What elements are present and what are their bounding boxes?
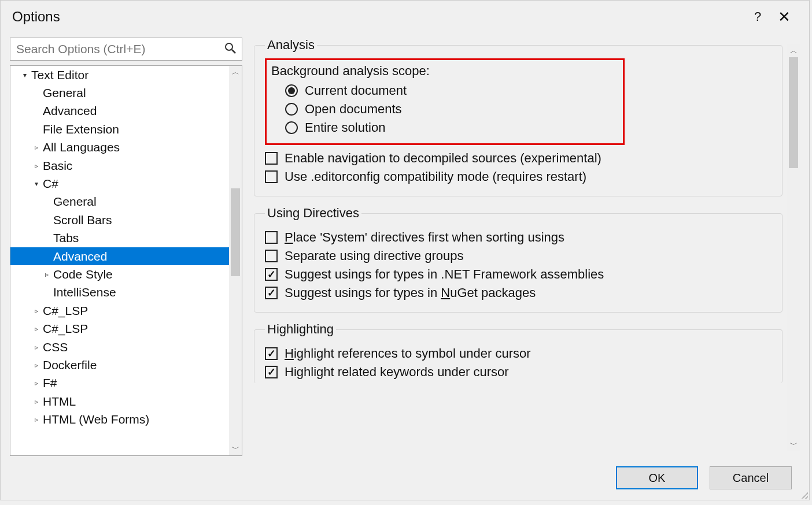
checkbox-label: Highlight references to symbol under cur… [285,346,531,361]
scope-label: Background analysis scope: [271,64,618,79]
checkbox-icon[interactable] [265,268,278,281]
scroll-thumb[interactable] [789,57,798,168]
collapsed-icon[interactable]: ▹ [32,343,40,351]
analysis-legend: Analysis [265,38,317,53]
tree-scrollbar[interactable]: ︿ ﹀ [229,66,242,455]
tree-item[interactable]: ▾Text Editor [10,66,229,84]
expanded-icon[interactable]: ▾ [32,180,40,188]
checkbox-icon[interactable] [265,287,278,299]
search-box[interactable] [10,38,242,61]
collapsed-icon[interactable]: ▹ [32,379,40,387]
collapsed-icon[interactable]: ▹ [43,270,51,279]
checkbox-icon[interactable] [265,366,278,378]
tree-item[interactable]: File Extension [10,120,229,138]
expanded-icon[interactable]: ▾ [21,71,29,79]
tree-item[interactable]: IntelliSense [10,284,229,302]
tree-item[interactable]: ▾C# [10,174,229,192]
ok-button[interactable]: OK [616,466,698,489]
analysis-group: Analysis Background analysis scope: Curr… [254,38,783,196]
checkbox-icon[interactable] [265,250,278,262]
svg-point-0 [226,43,232,50]
panel-scrollbar[interactable]: ︿ ﹀ [787,44,800,451]
scroll-up-icon[interactable]: ︿ [229,66,242,79]
radio-icon[interactable] [285,121,298,134]
resize-grip-icon[interactable] [800,491,808,499]
checkbox-icon[interactable] [265,152,278,165]
tree-item-label: Tabs [53,231,79,245]
checkbox-label: Separate using directive groups [285,248,463,263]
tree-item-label: Text Editor [31,68,88,82]
options-dialog: Options ? ✕ ▾Text EditorGeneralAdvancedF… [0,0,810,500]
tree-item-label: C#_LSP [43,322,88,336]
title-bar: Options ? ✕ [1,1,809,33]
left-column: ▾Text EditorGeneralAdvancedFile Extensio… [10,38,242,456]
collapsed-icon[interactable]: ▹ [32,143,40,151]
tree-item-label: All Languages [43,140,120,154]
collapsed-icon[interactable]: ▹ [32,398,40,406]
scroll-thumb[interactable] [231,188,240,276]
help-button[interactable]: ? [744,9,771,24]
tree-item[interactable]: ▹HTML (Web Forms) [10,410,229,428]
tree-item-label: F# [43,376,57,390]
tree-item-label: HTML [43,395,76,409]
radio-icon[interactable] [285,103,298,116]
collapsed-icon[interactable]: ▹ [32,325,40,333]
tree-item[interactable]: ▹C#_LSP [10,320,229,337]
search-input[interactable] [16,42,224,56]
radio-label: Open documents [305,102,402,117]
tree-item[interactable]: ▹Basic [10,157,229,174]
tree-item-label: HTML (Web Forms) [43,413,149,426]
checkbox-icon[interactable] [265,170,278,183]
checkbox-option[interactable]: Use .editorconfig compatibility mode (re… [265,169,773,184]
checkbox-label: Enable navigation to decompiled sources … [285,151,601,166]
highlighted-box: Background analysis scope: Current docum… [265,58,625,145]
scroll-down-icon[interactable]: ﹀ [787,439,800,451]
close-button[interactable]: ✕ [771,8,798,26]
tree-item-label: Advanced [43,104,97,118]
tree-item[interactable]: General [10,84,229,102]
radio-icon[interactable] [285,84,298,97]
tree-item-label: File Extension [43,122,119,136]
tree-item[interactable]: Advanced [10,247,229,265]
tree-item[interactable]: ▹All Languages [10,139,229,157]
radio-option[interactable]: Current document [285,83,618,98]
radio-label: Entire solution [305,120,385,135]
dialog-footer: OK Cancel [1,456,809,500]
checkbox-option[interactable]: Highlight references to symbol under cur… [265,346,773,361]
tree-item[interactable]: General [10,193,229,211]
checkbox-option[interactable]: Separate using directive groups [265,248,773,263]
highlighting-legend: Highlighting [265,322,336,337]
checkbox-label: Highlight related keywords under cursor [285,365,509,380]
checkbox-option[interactable]: Enable navigation to decompiled sources … [265,151,773,166]
tree-item[interactable]: ▹Dockerfile [10,356,229,374]
checkbox-option[interactable]: Highlight related keywords under cursor [265,365,773,380]
tree-item[interactable]: ▹C#_LSP [10,302,229,320]
collapsed-icon[interactable]: ▹ [32,307,40,315]
radio-label: Current document [305,83,407,98]
checkbox-label: Use .editorconfig compatibility mode (re… [285,169,586,184]
collapsed-icon[interactable]: ▹ [32,361,40,369]
checkbox-option[interactable]: Suggest usings for types in NuGet packag… [265,285,773,300]
radio-option[interactable]: Entire solution [285,120,618,135]
tree-item-label: General [43,86,86,100]
collapsed-icon[interactable]: ▹ [32,162,40,170]
checkbox-option[interactable]: Place 'System' directives first when sor… [265,230,773,245]
checkbox-icon[interactable] [265,347,278,360]
tree-item[interactable]: ▹Code Style [10,265,229,283]
tree-item[interactable]: Scroll Bars [10,211,229,229]
usings-legend: Using Directives [265,206,361,221]
scroll-down-icon[interactable]: ﹀ [229,443,242,455]
dialog-title: Options [12,9,60,25]
tree-item[interactable]: Advanced [10,102,229,120]
tree-item[interactable]: ▹F# [10,374,229,392]
tree-item[interactable]: Tabs [10,229,229,247]
radio-option[interactable]: Open documents [285,102,618,117]
tree-item[interactable]: ▹HTML [10,392,229,410]
tree-item-label: C# [43,177,58,191]
checkbox-icon[interactable] [265,231,278,244]
checkbox-option[interactable]: Suggest usings for types in .NET Framewo… [265,267,773,282]
scroll-up-icon[interactable]: ︿ [787,44,800,57]
tree-item[interactable]: ▹CSS [10,338,229,356]
cancel-button[interactable]: Cancel [710,466,792,489]
collapsed-icon[interactable]: ▹ [32,415,40,424]
